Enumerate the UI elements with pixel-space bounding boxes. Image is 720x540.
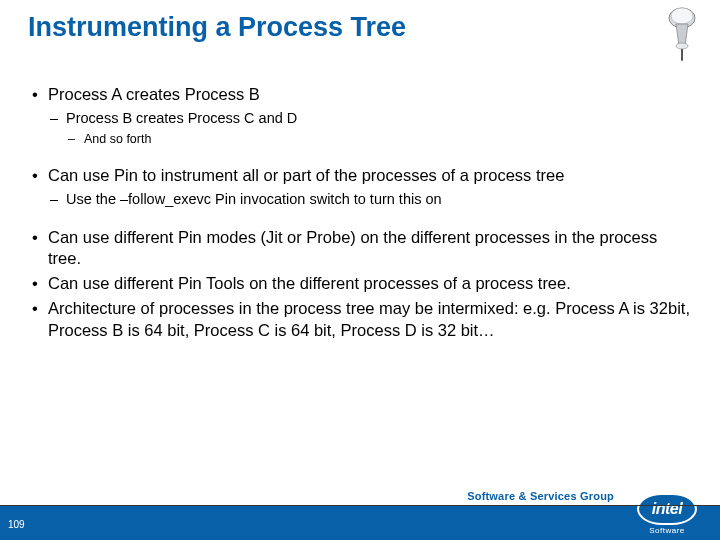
footer-band: 109 intel Software xyxy=(0,506,720,540)
bullet-3: Can use different Pin modes (Jit or Prob… xyxy=(30,227,690,269)
slide: Instrumenting a Process Tree Process A c… xyxy=(0,0,720,540)
bullet-text: And so forth xyxy=(84,132,151,146)
footer: Software & Services Group 109 intel Soft… xyxy=(0,486,720,540)
slide-title: Instrumenting a Process Tree xyxy=(28,12,406,43)
slide-number: 109 xyxy=(8,519,25,530)
bullet-list: Process A creates Process B Process B cr… xyxy=(30,84,690,341)
bullet-text: Can use different Pin Tools on the diffe… xyxy=(48,274,571,292)
bullet-text: Can use different Pin modes (Jit or Prob… xyxy=(48,228,657,267)
svg-point-2 xyxy=(676,43,688,49)
content-area: Process A creates Process B Process B cr… xyxy=(30,84,690,359)
bullet-text: Can use Pin to instrument all or part of… xyxy=(48,166,564,184)
brand-text: intel xyxy=(652,500,682,518)
bullet-2-1: Use the –follow_exevc Pin invocation swi… xyxy=(48,190,690,209)
pushpin-icon xyxy=(658,4,706,64)
brand-subtitle: Software xyxy=(649,526,685,535)
bullet-text: Process B creates Process C and D xyxy=(66,110,297,126)
bullet-1-1: Process B creates Process C and D And so… xyxy=(48,109,690,147)
intel-logo: intel Software xyxy=(624,492,710,536)
bullet-text: Process A creates Process B xyxy=(48,85,260,103)
group-label: Software & Services Group xyxy=(467,490,614,502)
bullet-4: Can use different Pin Tools on the diffe… xyxy=(30,273,690,294)
bullet-1-1-1: And so forth xyxy=(66,131,690,147)
intel-oval-icon: intel xyxy=(637,493,697,525)
svg-point-1 xyxy=(671,8,693,24)
bullet-text: Architecture of processes in the process… xyxy=(48,299,690,338)
bullet-5: Architecture of processes in the process… xyxy=(30,298,690,340)
bullet-1: Process A creates Process B Process B cr… xyxy=(30,84,690,147)
bullet-2: Can use Pin to instrument all or part of… xyxy=(30,165,690,209)
bullet-text: Use the –follow_exevc Pin invocation swi… xyxy=(66,191,442,207)
